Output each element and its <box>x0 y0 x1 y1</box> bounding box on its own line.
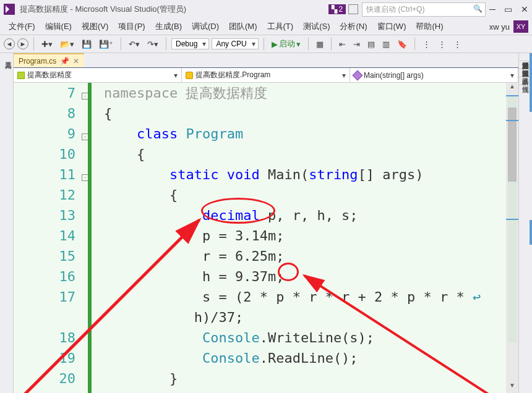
right-dock-strip: 解决方案资源管理器 团队资源管理器 诊断工具 属性 <box>518 53 532 393</box>
redo-button[interactable]: ↷▾ <box>145 38 161 50</box>
line-number: 8 <box>14 106 82 121</box>
minimize-button[interactable]: ─ <box>489 4 496 14</box>
main-area: Program.cs 📌 ✕ 提高数据精度 提高数据精度.Program Mai… <box>14 53 518 393</box>
save-button[interactable]: 💾 <box>79 38 94 50</box>
menu-debug[interactable]: 调试(D) <box>187 19 224 34</box>
save-all-button[interactable]: 💾⁺ <box>97 38 116 50</box>
member-selector[interactable]: Main(string[] args) <box>350 68 518 82</box>
vs-logo-icon <box>4 4 15 15</box>
restore-button[interactable]: ▭ <box>504 4 512 14</box>
menu-help[interactable]: 帮助(H) <box>411 19 448 34</box>
namespace-selector[interactable]: 提高数据精度 <box>14 68 182 82</box>
line-number: 20 <box>14 371 82 386</box>
line-number: 15 <box>14 248 82 264</box>
toolbar-misc-1[interactable]: ▦ <box>314 38 326 50</box>
feedback-icon[interactable] <box>348 4 358 14</box>
open-button[interactable]: 📂▾ <box>58 38 77 50</box>
line-number: 18 <box>14 330 82 345</box>
toolbox-strip[interactable]: 工具箱 <box>0 53 14 393</box>
namespace-icon <box>17 72 25 79</box>
class-selector[interactable]: 提高数据精度.Program <box>182 68 350 82</box>
user-avatar[interactable]: XY <box>513 20 528 33</box>
class-icon <box>186 72 193 79</box>
editor-vscrollbar[interactable]: ▲ ▼ <box>506 83 518 393</box>
toolbar-extra-3[interactable]: ⋮ <box>451 38 464 50</box>
close-button[interactable]: ✕ <box>521 4 528 14</box>
line-number: 7 <box>14 85 82 101</box>
toolbar-extra-2[interactable]: ⋮ <box>435 38 448 50</box>
menu-build[interactable]: 生成(B) <box>150 19 187 34</box>
method-icon <box>353 70 363 80</box>
menu-project[interactable]: 项目(P) <box>113 19 150 34</box>
scroll-down-icon[interactable]: ▼ <box>506 382 518 393</box>
line-number: 17 <box>14 289 82 305</box>
quick-launch-input[interactable]: 快速启动 (Ctrl+Q) 🔍 <box>362 2 486 17</box>
menu-window[interactable]: 窗口(W) <box>372 19 411 34</box>
toolbar-indent-more[interactable]: ⇥ <box>351 38 363 50</box>
line-number: 12 <box>14 187 82 203</box>
toolbar-uncomment[interactable]: ▥ <box>380 38 392 50</box>
toolbar-bookmark[interactable]: 🔖 <box>395 38 410 50</box>
line-number: 19 <box>14 350 82 366</box>
start-debug-button[interactable]: ▶ 启动 ▾ <box>269 37 303 51</box>
menu-edit[interactable]: 编辑(E) <box>40 19 77 34</box>
menu-team[interactable]: 团队(M) <box>224 19 262 34</box>
title-bar: 提高数据精度 - Microsoft Visual Studio(管理员) ▚ … <box>0 0 532 19</box>
nav-back-button[interactable]: ◄ <box>4 38 15 49</box>
undo-button[interactable]: ↶▾ <box>126 38 142 50</box>
scroll-up-icon[interactable]: ▲ <box>506 83 518 94</box>
solution-platform-dropdown[interactable]: Any CPU <box>212 38 258 49</box>
menu-view[interactable]: 视图(V) <box>77 19 113 34</box>
toolbar-indent-less[interactable]: ⇤ <box>337 38 348 50</box>
line-number: 13 <box>14 208 82 223</box>
toolbar-comment[interactable]: ▤ <box>365 38 377 50</box>
wrap-indicator-icon: ↩ <box>473 289 481 305</box>
line-number: 9 <box>14 126 82 142</box>
toolbar-extra-1[interactable]: ⋮ <box>420 38 433 50</box>
menu-analyze[interactable]: 分析(N) <box>335 19 372 34</box>
menu-file[interactable]: 文件(F) <box>4 19 40 34</box>
menu-test[interactable]: 测试(S) <box>298 19 335 34</box>
line-number: 10 <box>14 146 82 162</box>
window-title: 提高数据精度 - Microsoft Visual Studio(管理员) <box>20 4 186 15</box>
signed-in-user[interactable]: xw yu <box>489 22 510 32</box>
line-number: 14 <box>14 228 82 243</box>
close-tab-icon[interactable]: ✕ <box>73 57 79 66</box>
nav-forward-button[interactable]: ► <box>17 38 28 49</box>
search-icon: 🔍 <box>473 4 483 13</box>
line-number: 16 <box>14 269 82 284</box>
code-editor[interactable]: 7-namespace 提高数据精度 8{ 9- class Program 1… <box>14 83 506 393</box>
line-number: 11 <box>14 167 82 182</box>
menu-tools[interactable]: 工具(T) <box>262 19 299 34</box>
code-nav-bar: 提高数据精度 提高数据精度.Program Main(string[] args… <box>14 68 518 83</box>
new-project-button[interactable]: ✚▾ <box>39 38 55 50</box>
document-tab-programcs[interactable]: Program.cs 📌 ✕ <box>14 53 84 67</box>
standard-toolbar: ◄ ► ✚▾ 📂▾ 💾 💾⁺ ↶▾ ↷▾ Debug Any CPU ▶ 启动 … <box>0 35 532 53</box>
menu-bar: 文件(F) 编辑(E) 视图(V) 项目(P) 生成(B) 调试(D) 团队(M… <box>0 19 532 35</box>
solution-config-dropdown[interactable]: Debug <box>171 38 209 49</box>
notification-flag[interactable]: ▚ 2 <box>328 4 346 14</box>
pin-icon[interactable]: 📌 <box>60 57 69 66</box>
document-tabs: Program.cs 📌 ✕ <box>14 53 518 68</box>
scroll-thumb[interactable] <box>508 108 517 182</box>
